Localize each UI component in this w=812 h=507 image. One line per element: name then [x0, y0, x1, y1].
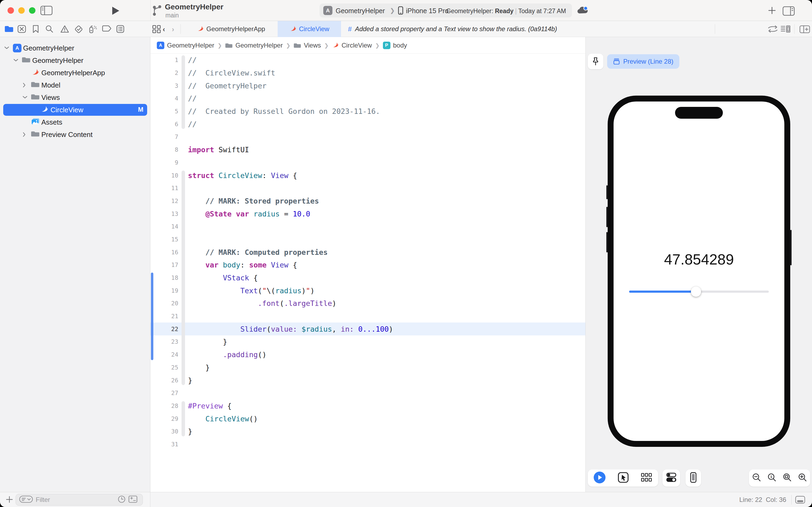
line-number[interactable]: 1 — [151, 57, 178, 63]
variants-mode-button[interactable] — [641, 472, 652, 484]
code-line-15[interactable]: 15 — [151, 233, 585, 246]
line-number[interactable]: 12 — [151, 198, 178, 204]
filter-field[interactable] — [15, 494, 143, 506]
zoom-fit-icon[interactable] — [782, 472, 792, 484]
close-window-button[interactable] — [7, 7, 14, 14]
line-number[interactable]: 2 — [151, 69, 178, 76]
source-editor[interactable]: 1//2// CircleView.swift3// GeometryHelpe… — [151, 54, 585, 492]
zoom-out-icon[interactable] — [752, 472, 761, 484]
breadcrumb-item-project[interactable]: AGeometryHelper — [157, 42, 214, 49]
tab-geometryhelperapp[interactable]: GeometryHelperApp — [184, 21, 278, 37]
selectable-mode-button[interactable] — [617, 471, 629, 485]
code-line-5[interactable]: 5// Created by Russell Gordon on 2023-11… — [151, 105, 585, 118]
code-line-27[interactable]: 27 — [151, 387, 585, 400]
code-line-19[interactable]: 19 Text("\(radius)") — [151, 284, 585, 297]
left-sidebar-toggle-icon[interactable] — [40, 5, 53, 17]
line-number[interactable]: 7 — [151, 133, 178, 140]
tab-circleview[interactable]: CircleView — [278, 21, 341, 37]
code-line-14[interactable]: 14 — [151, 220, 585, 233]
zoom-in-icon[interactable] — [798, 472, 807, 484]
preview-device-button[interactable] — [690, 472, 697, 484]
sidebar-item-circleview[interactable]: CircleViewM — [0, 104, 151, 116]
code-line-28[interactable]: 28#Preview { — [151, 400, 585, 412]
code-line-13[interactable]: 13 @State var radius = 10.0 — [151, 207, 585, 220]
code-line-2[interactable]: 2// CircleView.swift — [151, 67, 585, 79]
code-line-21[interactable]: 21 — [151, 310, 585, 323]
code-line-30[interactable]: 30} — [151, 425, 585, 438]
sidebar-item-assets[interactable]: Assets — [0, 116, 151, 128]
code-review-icon[interactable] — [767, 25, 778, 35]
code-line-20[interactable]: 20 .font(.largeTitle) — [151, 297, 585, 310]
line-number[interactable]: 18 — [151, 274, 178, 281]
line-number[interactable]: 24 — [151, 351, 178, 358]
line-number[interactable]: 13 — [151, 211, 178, 217]
live-preview-play-button[interactable] — [593, 471, 606, 485]
adjust-editor-options-icon[interactable] — [780, 25, 792, 35]
sidebar-item-preview-content[interactable]: Preview Content — [0, 128, 151, 141]
line-number[interactable]: 10 — [151, 172, 178, 179]
find-navigator-icon[interactable] — [45, 25, 54, 35]
add-editor-icon[interactable] — [799, 25, 810, 35]
related-items-icon[interactable] — [152, 25, 161, 35]
line-number[interactable]: 5 — [151, 108, 178, 115]
code-line-23[interactable]: 23 } — [151, 335, 585, 348]
line-number[interactable]: 29 — [151, 415, 178, 422]
breadcrumb-item-group[interactable]: GeometryHelper — [225, 42, 283, 49]
line-number[interactable]: 25 — [151, 364, 178, 371]
line-number[interactable]: 9 — [151, 159, 178, 166]
line-number[interactable]: 26 — [151, 377, 178, 384]
filter-input[interactable] — [36, 496, 111, 504]
minimize-window-button[interactable] — [18, 7, 25, 14]
code-line-25[interactable]: 25 } — [151, 361, 585, 374]
zoom-100-icon[interactable]: 1 — [767, 472, 777, 484]
line-number[interactable]: 20 — [151, 300, 178, 307]
scheme-device-label[interactable]: iPhone 15 Pro — [406, 7, 449, 15]
debug-navigator-icon[interactable] — [88, 25, 98, 35]
code-line-8[interactable]: 8import SwiftUI — [151, 144, 585, 156]
line-number[interactable]: 23 — [151, 338, 178, 345]
line-number[interactable]: 19 — [151, 287, 178, 294]
line-number[interactable]: 17 — [151, 262, 178, 268]
breadcrumb-item-file[interactable]: CircleView — [332, 42, 372, 49]
code-line-10[interactable]: 10struct CircleView: View { — [151, 169, 585, 182]
bookmark-navigator-icon[interactable] — [32, 25, 39, 35]
line-number[interactable]: 31 — [151, 441, 178, 448]
source-control-filter-icon[interactable] — [128, 495, 138, 504]
code-line-16[interactable]: 16 // MARK: Computed properties — [151, 246, 585, 259]
recent-files-clock-icon[interactable] — [117, 495, 126, 505]
breadcrumb-item-symbol[interactable]: Pbody — [383, 42, 407, 49]
line-number[interactable]: 28 — [151, 402, 178, 409]
line-number[interactable]: 8 — [151, 146, 178, 153]
code-line-26[interactable]: 26} — [151, 374, 585, 387]
code-line-12[interactable]: 12 // MARK: Stored properties — [151, 195, 585, 208]
line-number[interactable]: 14 — [151, 223, 178, 230]
line-number[interactable]: 16 — [151, 249, 178, 256]
line-number[interactable]: 15 — [151, 236, 178, 243]
sidebar-item-model[interactable]: Model — [0, 79, 151, 91]
filter-icon[interactable] — [19, 495, 33, 504]
code-line-9[interactable]: 9 — [151, 156, 585, 169]
right-sidebar-toggle-icon[interactable] — [782, 6, 795, 17]
radius-slider[interactable] — [629, 286, 769, 297]
code-line-17[interactable]: 17 var body: some View { — [151, 259, 585, 272]
activity-view[interactable]: A GeometryHelper ❯ iPhone 15 Pro Geometr… — [320, 3, 572, 17]
keyboard-dock-icon[interactable] — [795, 496, 806, 505]
sidebar-item-views[interactable]: Views — [0, 91, 151, 104]
back-button[interactable]: ‹ — [163, 25, 165, 34]
new-tab-button[interactable] — [767, 6, 776, 16]
breadcrumb-item-views[interactable]: Views — [294, 42, 321, 49]
source-control-navigator-icon[interactable] — [17, 25, 26, 35]
line-number[interactable]: 27 — [151, 390, 178, 396]
project-navigator-icon[interactable] — [5, 25, 14, 34]
report-navigator-icon[interactable] — [116, 25, 125, 35]
code-line-22[interactable]: 22 Slider(value: $radius, in: 0...100) — [151, 323, 585, 335]
line-number[interactable]: 3 — [151, 82, 178, 89]
line-number[interactable]: 21 — [151, 313, 178, 320]
test-navigator-icon[interactable] — [74, 25, 83, 35]
forward-button[interactable]: › — [172, 25, 174, 34]
line-number[interactable]: 22 — [151, 326, 178, 332]
line-number[interactable]: 4 — [151, 95, 178, 102]
issue-navigator-icon[interactable] — [60, 25, 69, 35]
sidebar-item-geometryhelper[interactable]: AGeometryHelper — [0, 42, 151, 54]
code-line-31[interactable]: 31 — [151, 438, 585, 451]
